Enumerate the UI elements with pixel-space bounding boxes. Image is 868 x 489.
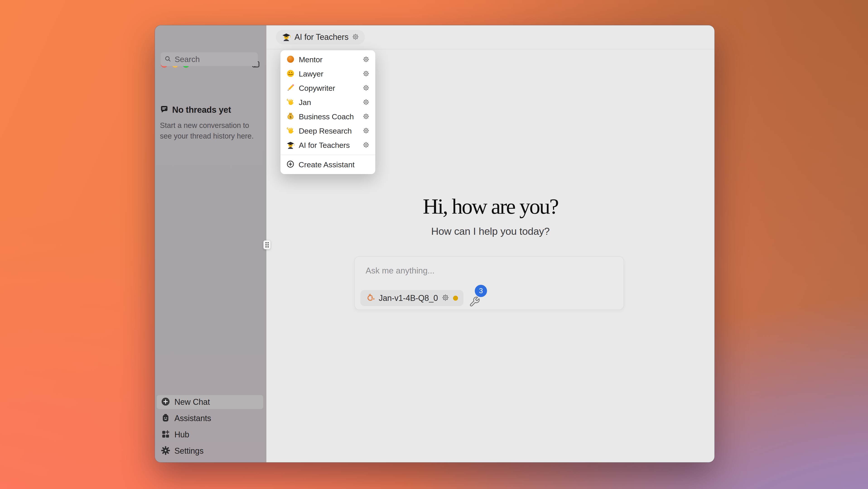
gear-icon[interactable]	[352, 33, 359, 41]
menu-item-label: Copywriter	[299, 84, 359, 93]
menu-item-label: Business Coach	[299, 112, 359, 121]
toolbar: AI for Teachers	[267, 25, 714, 50]
menu-item-label: Deep Research	[299, 127, 359, 135]
gear-icon[interactable]	[363, 56, 369, 64]
gear-icon[interactable]	[363, 85, 369, 92]
male-student-emoji-icon	[282, 32, 291, 42]
sidebar-nav: New Chat Assistants Hub	[157, 395, 263, 458]
empty-state-title: No threads yet	[172, 105, 231, 115]
empty-state-description: Start a new conversation to see your thr…	[160, 120, 259, 141]
sidebar-item-label: Assistants	[175, 414, 211, 423]
menu-item-lawyer[interactable]: Lawyer	[280, 67, 375, 81]
search-input[interactable]	[174, 55, 277, 64]
message-input[interactable]	[365, 266, 604, 276]
gear-icon[interactable]	[363, 141, 369, 149]
sidebar-item-label: New Chat	[175, 397, 210, 407]
greeting-subtitle: How can I help you today?	[267, 226, 714, 237]
gear-icon[interactable]	[363, 113, 369, 121]
plus-circle-icon	[161, 397, 170, 407]
sidebar-item-assistants[interactable]: Assistants	[157, 411, 263, 425]
sidebar-item-label: Settings	[175, 446, 204, 456]
tools-button[interactable]: 3	[469, 291, 484, 307]
zipper-mouth-face-emoji-icon	[286, 69, 295, 78]
assistants-menu: Mentor Lawyer Copywriter	[280, 50, 375, 174]
create-assistant-label: Create Assistant	[299, 160, 355, 169]
sidebar-item-hub[interactable]: Hub	[157, 428, 263, 442]
create-assistant-button[interactable]: Create Assistant	[280, 155, 375, 174]
model-selector-pill[interactable]: Jan-v1-4B-Q8_0	[361, 290, 463, 306]
gear-icon[interactable]	[363, 127, 369, 135]
gear-icon[interactable]	[363, 99, 369, 106]
orange-circle-emoji-icon	[286, 55, 295, 64]
message-square-icon	[160, 105, 168, 115]
sidebar-item-label: Hub	[175, 430, 189, 439]
sidebar-item-new-chat[interactable]: New Chat	[157, 395, 263, 409]
menu-item-label: Jan	[299, 98, 359, 107]
composer-card: Jan-v1-4B-Q8_0 3	[354, 256, 624, 310]
gear-icon[interactable]	[363, 70, 369, 78]
menu-item-ai-for-teachers[interactable]: AI for Teachers	[280, 138, 375, 152]
search-box	[161, 52, 258, 66]
male-student-emoji-icon	[286, 140, 295, 150]
menu-item-mentor[interactable]: Mentor	[280, 53, 375, 67]
svg-text:$: $	[289, 115, 291, 119]
greeting-title: Hi, how are you?	[267, 194, 714, 219]
assistant-selector-label: AI for Teachers	[294, 32, 348, 42]
money-bag-emoji-icon: $	[286, 112, 295, 121]
main-content: AI for Teachers Mentor	[267, 25, 714, 462]
pencil-emoji-icon	[286, 84, 295, 93]
threads-empty-state: No threads yet Start a new conversation …	[160, 105, 259, 141]
menu-item-label: Mentor	[299, 55, 359, 64]
sidebar-resize-handle[interactable]	[264, 240, 271, 249]
menu-item-copywriter[interactable]: Copywriter	[280, 81, 375, 95]
menu-item-business-coach[interactable]: $ Business Coach	[280, 109, 375, 124]
model-status-dot	[453, 296, 458, 301]
tools-count-badge: 3	[475, 285, 487, 297]
menu-item-deep-research[interactable]: Deep Research	[280, 124, 375, 138]
llama-cpp-icon	[366, 293, 375, 303]
gear-icon	[161, 446, 170, 456]
sidebar-item-settings[interactable]: Settings	[157, 444, 263, 458]
plus-circle-outline-icon	[286, 160, 294, 169]
app-window: No threads yet Start a new conversation …	[155, 25, 714, 462]
model-name: Jan-v1-4B-Q8_0	[379, 293, 438, 303]
assistant-selector-pill[interactable]: AI for Teachers	[276, 30, 365, 44]
waving-hand-emoji-icon	[286, 126, 295, 136]
search-icon	[164, 55, 172, 63]
sidebar: No threads yet Start a new conversation …	[155, 25, 267, 462]
robot-icon	[161, 413, 170, 424]
wrench-icon	[470, 297, 479, 306]
waving-hand-emoji-icon	[286, 98, 295, 107]
menu-item-jan[interactable]: Jan	[280, 95, 375, 109]
gear-icon[interactable]	[442, 294, 449, 302]
desktop-wallpaper: No threads yet Start a new conversation …	[0, 0, 868, 489]
menu-item-label: Lawyer	[299, 69, 359, 78]
menu-item-label: AI for Teachers	[299, 141, 359, 150]
grid-plus-icon	[161, 429, 170, 440]
